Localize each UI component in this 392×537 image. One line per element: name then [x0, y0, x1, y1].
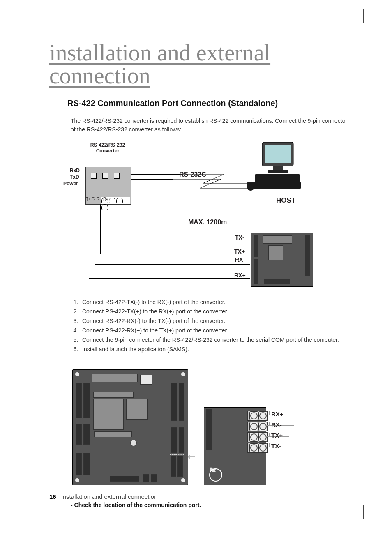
label-tx-plus: TX+ [234, 248, 245, 255]
controller-pcb-large [72, 369, 188, 485]
zoom-tx-plus: TX+ [271, 432, 283, 439]
running-head: installation and external connection [61, 493, 157, 500]
label-rxd: RxD [70, 168, 80, 173]
diagram-rs422-overview: RS-422/RS-232 Converter RxD TxD Power T+… [71, 142, 350, 290]
step-6: Install and launch the application (SAMS… [80, 345, 353, 354]
zoom-tx-minus: TX- [271, 443, 281, 449]
label-rx-minus: RX- [235, 256, 245, 263]
svg-rect-1 [265, 145, 291, 163]
page-title: installation and external connection [49, 41, 353, 87]
label-rs232c: RS-232C [179, 171, 206, 178]
label-rx-plus: RX+ [234, 272, 246, 279]
step-3: Connect RS-422-RX(-) to the TX(-) port o… [80, 316, 353, 326]
check-note: - Check the location of the communicatio… [71, 502, 353, 508]
label-tx-minus: TX- [235, 234, 244, 241]
svg-rect-2 [273, 166, 283, 170]
svg-rect-6 [247, 182, 301, 189]
section-heading: RS-422 Communication Port Connection (St… [67, 99, 353, 111]
diagram-pcb-detail: RX+ RX- TX+ TX- [71, 369, 350, 493]
terminal-zoom [204, 407, 266, 485]
step-4: Connect RS-422-RX(+) to the TX(+) port o… [80, 326, 353, 335]
connection-steps: Connect RS-422-TX(-) to the RX(-) port o… [71, 297, 353, 355]
converter-label: RS-422/RS-232 Converter [83, 142, 132, 154]
label-power: Power [63, 181, 78, 187]
label-max-distance: MAX. 1200m [188, 219, 227, 226]
zoom-rx-minus: RX- [271, 421, 282, 428]
callout-arrow-icon [189, 456, 195, 457]
zoom-rx-plus: RX+ [271, 410, 284, 417]
page-number: 16 [49, 493, 56, 500]
step-2: Connect RS-422-TX(+) to the RX(+) port o… [80, 307, 353, 316]
step-1: Connect RS-422-TX(-) to the RX(-) port o… [80, 297, 353, 307]
page-footer: 16_ installation and external connection [49, 493, 158, 500]
label-host: HOST [276, 196, 295, 205]
controller-pcb-icon [251, 233, 313, 287]
section-intro: The RS-422/RS-232 converter is required … [71, 117, 353, 134]
host-pc-icon [247, 142, 301, 191]
terminal-labels: T+ T- R+ R- [86, 197, 108, 201]
svg-rect-3 [268, 170, 288, 173]
step-5: Connect the 9-pin connector of the RS-42… [80, 335, 353, 345]
label-txd: TxD [70, 174, 79, 180]
